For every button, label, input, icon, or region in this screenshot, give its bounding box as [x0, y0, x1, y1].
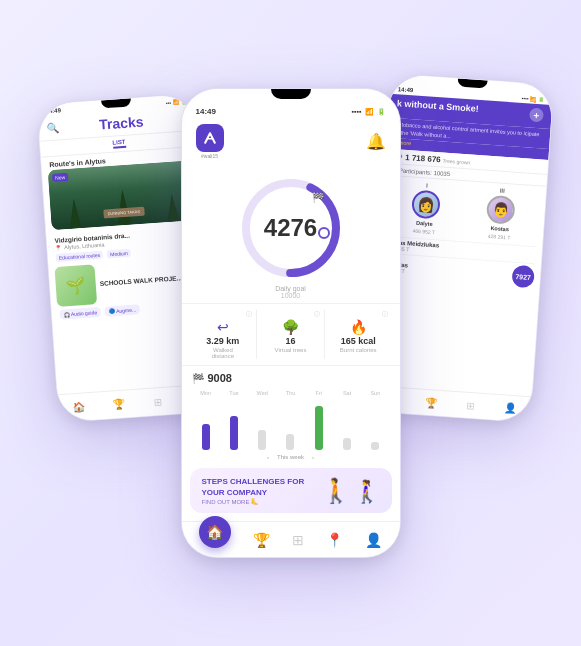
chart-bars — [192, 400, 390, 450]
app-logo[interactable] — [196, 124, 224, 152]
banner-line1: STEPS CHALLENGES FOR — [202, 476, 305, 487]
right-signal: ▪▪▪▪ — [521, 95, 528, 101]
left-nav-home[interactable]: 🏠 — [72, 401, 85, 413]
bar-sun — [361, 400, 389, 450]
progress-circle: 🏁 4276 — [236, 173, 346, 283]
left-wifi: 📶 — [173, 99, 179, 105]
stat-info-2: ⓘ — [314, 310, 320, 319]
stat-trees: ⓘ 🌳 16 Virtual trees — [256, 310, 324, 359]
left-nav-grid[interactable]: ⊞ — [152, 396, 161, 408]
right-wifi: 📶 — [530, 96, 536, 102]
chart-header: 🏁 9008 — [192, 372, 390, 384]
app-name: #wali15 — [201, 153, 218, 159]
bar-sun-fill — [371, 442, 379, 450]
wifi-icon: 📶 — [365, 108, 374, 116]
place-3-label: III — [499, 188, 504, 194]
center-time: 14:49 — [196, 107, 216, 116]
bar-thu-fill — [286, 434, 294, 450]
event-title: k without a Smoke! — [396, 98, 479, 115]
leaderboard: I 👩 Dalyte 466 952 T III 👨 Kostas 428 29… — [376, 176, 546, 295]
schools-image: 🌱 — [54, 264, 97, 307]
day-mon: Mon — [192, 390, 220, 396]
left-signal: ▪▪▪ — [165, 100, 171, 106]
event-plus-btn[interactable]: + — [528, 108, 543, 123]
day-sun: Sun — [361, 390, 389, 396]
left-route-image: DUNNING TAKAS — [47, 160, 197, 230]
bar-tue-fill — [230, 416, 238, 450]
bar-thu — [276, 400, 304, 450]
trees-label: Virtual trees — [257, 347, 324, 353]
left-search-icon[interactable]: 🔍 — [46, 122, 59, 134]
phones-container: 14:49 ▪▪▪ 📶 🔋 🔍 Tracks ≡ LIST Route's in… — [31, 18, 551, 628]
bell-icon[interactable]: 🔔 — [366, 132, 386, 151]
stats-row: ⓘ ↩ 3.29 km Walkeddistance ⓘ 🌳 16 Virtua… — [182, 303, 400, 366]
bar-sat — [333, 400, 361, 450]
battery-icon: 🔋 — [377, 108, 386, 116]
center-nav-person[interactable]: 👤 — [365, 532, 382, 548]
chart-nav[interactable]: ‹ This week › — [192, 454, 390, 460]
day-wed: Wed — [248, 390, 276, 396]
right-time: 14:49 — [397, 86, 413, 93]
right-nav-grid[interactable]: ⊞ — [466, 400, 475, 412]
right-nav-trophy[interactable]: 🏆 — [424, 397, 437, 409]
banner-line2: YOUR COMPANY — [202, 487, 305, 498]
chart-days: Mon Tue Wed Thu Fri Sat Sun — [192, 390, 390, 396]
trees-grown-label: Trees grown — [442, 157, 470, 165]
daily-goal-label: Daily goal — [275, 285, 306, 292]
lb-top-places: I 👩 Dalyte 466 952 T III 👨 Kostas 428 29… — [385, 180, 539, 242]
route-new-badge: New — [51, 173, 68, 182]
audio-guide-btn[interactable]: 🎧 Audio guide — [59, 307, 101, 320]
bar-fri — [305, 400, 333, 450]
avatar-dalyte: 👩 — [410, 190, 440, 220]
banner-cta: FIND OUT MORE 🦶 — [202, 498, 305, 505]
calories-value: 165 kcal — [325, 336, 392, 346]
center-nav-location[interactable]: 📍 — [326, 532, 343, 548]
place-1-score: 466 952 T — [412, 228, 435, 236]
right-battery: 🔋 — [538, 96, 544, 102]
svg-point-3 — [319, 228, 329, 238]
phone-center: 14:49 ▪▪▪▪ 📶 🔋 #wali15 🔔 — [181, 88, 401, 558]
augment-btn[interactable]: 🔵 Augme... — [104, 304, 140, 316]
right-status-icons: ▪▪▪▪ 📶 🔋 — [521, 95, 544, 103]
banner-figures: 🚶 🚶‍♀️ — [321, 477, 380, 505]
left-tab-list[interactable]: LIST — [112, 139, 126, 149]
left-route-card[interactable]: DUNNING TAKAS New — [47, 160, 197, 230]
trees-value: 16 — [257, 336, 324, 346]
day-fri: Fri — [305, 390, 333, 396]
route-tag1: Educational routes — [55, 251, 103, 262]
place-3: III 👨 Kostas 428 291 T — [484, 187, 516, 241]
circle-container: 🏁 4276 Daily goal 10000 — [182, 165, 400, 303]
bar-mon-fill — [202, 424, 210, 450]
left-nav-trophy[interactable]: 🏆 — [112, 399, 125, 411]
chart-flag-icon: 🏁 — [192, 373, 204, 384]
day-sat: Sat — [333, 390, 361, 396]
stat-distance: ⓘ ↩ 3.29 km Walkeddistance — [190, 310, 257, 359]
steps-count: 4276 — [264, 214, 317, 242]
left-time: 14:49 — [45, 107, 61, 114]
stat-calories: ⓘ 🔥 165 kcal Burnt calories — [324, 310, 392, 359]
left-title: Tracks — [98, 114, 143, 133]
stat-info-3: ⓘ — [382, 310, 388, 319]
day-thu: Thu — [276, 390, 304, 396]
calories-label: Burnt calories — [325, 347, 392, 353]
place-3-name: Kostas — [490, 225, 509, 232]
bar-fri-fill — [315, 406, 323, 450]
svg-text:🏁: 🏁 — [312, 191, 325, 204]
bar-mon — [192, 400, 220, 450]
center-top-bar: #wali15 🔔 — [182, 120, 400, 165]
center-nav-home[interactable]: 🏠 — [199, 516, 231, 548]
week-label: This week — [277, 454, 304, 460]
steps-challenge-banner[interactable]: STEPS CHALLENGES FOR YOUR COMPANY FIND O… — [190, 468, 392, 513]
banner-text: STEPS CHALLENGES FOR YOUR COMPANY FIND O… — [202, 476, 305, 505]
figure-walk-2: 🚶‍♀️ — [353, 479, 380, 505]
center-bottom-nav: 🏠 🏆 ⊞ 📍 👤 — [182, 521, 400, 557]
distance-icon: ↩ — [190, 319, 257, 335]
route-tag2: Medium — [106, 249, 130, 259]
right-nav-person[interactable]: 👤 — [503, 402, 516, 414]
center-nav-trophy[interactable]: 🏆 — [253, 532, 270, 548]
bar-wed — [248, 400, 276, 450]
prev-week-icon[interactable]: ‹ — [267, 454, 269, 460]
center-nav-grid[interactable]: ⊞ — [292, 532, 304, 548]
day-tue: Tue — [220, 390, 248, 396]
next-week-icon[interactable]: › — [312, 454, 314, 460]
